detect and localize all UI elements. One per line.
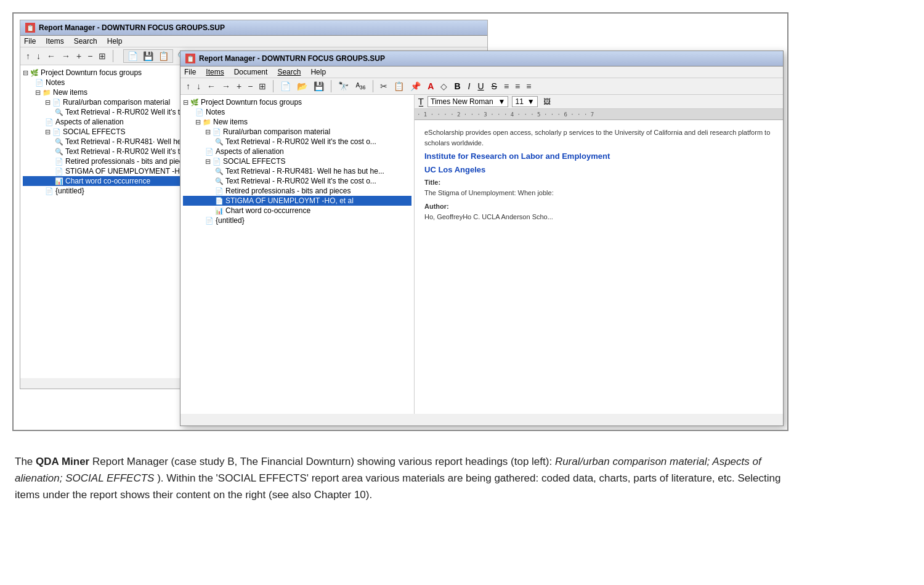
tree-label-retired: Retired professionals - bits and pieces: [65, 157, 190, 166]
front-tree-row-8[interactable]: 🔍 Text Retrieval - R-RUR02 Well it's the…: [183, 176, 411, 186]
front-toolbar-underline[interactable]: U: [475, 81, 486, 92]
front-toolbar-up[interactable]: ↑: [184, 81, 192, 92]
tree-file-icon-3: 📄: [52, 99, 61, 107]
front-tree-row-3[interactable]: ⊟ 📄 Rural/urban comparison material: [183, 127, 411, 137]
back-menu-search[interactable]: Search: [74, 37, 97, 46]
front-tree-row-9[interactable]: 📄 Retired professionals - bits and piece…: [183, 186, 411, 196]
front-toolbar-new[interactable]: 📄: [278, 81, 293, 92]
back-window-title: Report Manager - DOWNTURN FOCUS GROUPS.S…: [39, 23, 225, 32]
front-toolbar-a36[interactable]: A36: [353, 81, 368, 91]
tree-chart-icon-11: 📊: [55, 177, 63, 185]
font-size-dropdown-arrow[interactable]: ▼: [527, 97, 535, 106]
tree-collapse-6: ⊟: [45, 128, 51, 136]
front-tree-row-7[interactable]: 🔍 Text Retrieval - R-RUR481· Well he has…: [183, 166, 411, 176]
front-menu-file[interactable]: File: [184, 68, 196, 76]
front-tree-label-3: Rural/urban comparison material: [223, 127, 330, 136]
toolbar-plus[interactable]: +: [75, 50, 83, 62]
font-size-value: 11: [515, 97, 523, 106]
back-menu-items[interactable]: Items: [46, 37, 63, 46]
front-menu-search[interactable]: Search: [277, 68, 301, 76]
toolbar-grid[interactable]: ⊞: [97, 50, 108, 62]
front-tree-row-0[interactable]: ⊟ 🌿 Project Downturn focus groups: [183, 97, 411, 107]
document-ruler: · 1 · · · · 2 · · · 3 · · · 4 · · · 5 · …: [415, 109, 783, 120]
back-title-icon: 📋: [25, 23, 35, 33]
front-tree-file-icon-12: 📄: [205, 217, 214, 225]
front-tree-label-10: STIGMA OF UNEMPLOYMT -HO, et al: [225, 196, 354, 205]
front-menubar[interactable]: File Items Document Search Help: [180, 67, 783, 78]
toolbar-copy-doc[interactable]: 📄: [126, 50, 140, 62]
front-toolbar-align-right[interactable]: ≡: [524, 81, 533, 92]
front-tree-label-11: Chart word co-occurrence: [225, 206, 310, 215]
front-tree-row-6[interactable]: ⊟ 📄 SOCIAL EFFECTS: [183, 156, 411, 166]
front-tree-row-4[interactable]: 🔍 Text Retrieval - R-RUR02 Well it's the…: [183, 137, 411, 147]
toolbar-minus[interactable]: −: [86, 50, 94, 62]
tree-label-1: Notes: [46, 78, 65, 87]
front-tree-label-0: Project Downturn focus groups: [201, 98, 302, 107]
doc-title-label: Title:: [424, 177, 773, 188]
front-toolbar-plus[interactable]: +: [235, 81, 243, 92]
toolbar-left-arrow[interactable]: ←: [45, 50, 57, 62]
front-toolbar-right[interactable]: →: [220, 81, 232, 92]
front-tree-row-2[interactable]: ⊟ 📁 New items: [183, 117, 411, 127]
tree-file-icon-6: 📄: [52, 128, 61, 136]
front-tree-row-5[interactable]: 📄 Aspects of alienation: [183, 147, 411, 156]
front-tree-row-10[interactable]: 📄 STIGMA OF UNEMPLOYMT -HO, et al: [183, 196, 411, 206]
toolbar-right-arrow[interactable]: →: [60, 50, 72, 62]
toolbar-down-arrow[interactable]: ↓: [34, 50, 43, 62]
front-tree-row-12[interactable]: 📄 {untitled}: [183, 216, 411, 225]
back-menu-file[interactable]: File: [24, 37, 36, 46]
front-toolbar-align-left[interactable]: ≡: [502, 81, 511, 92]
tree-label-5: Aspects of alienation: [55, 118, 124, 126]
tree-label-8: Text Retrieval - R-RUR02 Well it's the..…: [65, 147, 194, 156]
font-dropdown-arrow[interactable]: ▼: [498, 97, 506, 106]
front-toolbar-left[interactable]: ←: [205, 81, 217, 92]
tree-label-7: Text Retrieval - R-RUR481· Well he h...: [65, 137, 194, 146]
front-toolbar-grid[interactable]: ⊞: [257, 81, 268, 92]
front-toolbar-scissors[interactable]: ✂: [378, 81, 389, 92]
front-tree-chart-icon-11: 📊: [215, 207, 224, 215]
front-tree-search-icon-7: 🔍: [215, 167, 224, 176]
doc-heading-location: UC Los Angeles: [424, 164, 773, 176]
font-name-selector[interactable]: Times New Roman ▼: [428, 96, 508, 107]
front-toolbar-italic[interactable]: I: [466, 81, 473, 92]
front-toolbar-binoculars[interactable]: 🔭: [336, 81, 351, 92]
front-toolbar-paste2[interactable]: 📌: [408, 81, 423, 92]
front-toolbar-strike[interactable]: S: [489, 81, 500, 92]
toolbar-save[interactable]: 💾: [141, 50, 155, 62]
tree-file-icon-1: 📄: [35, 79, 44, 87]
toolbar-paste[interactable]: 📋: [156, 50, 171, 62]
front-tree-label-1: Notes: [206, 108, 225, 116]
front-toolbar-minus[interactable]: −: [246, 81, 254, 92]
back-menu-help[interactable]: Help: [107, 37, 123, 46]
front-toolbar-open[interactable]: 📂: [295, 81, 309, 92]
front-toolbar-save2[interactable]: 💾: [312, 81, 326, 92]
front-menu-items[interactable]: Items: [206, 68, 224, 76]
front-toolbar-align-center[interactable]: ≡: [513, 81, 522, 92]
front-tree-file-icon-6: 📄: [213, 158, 221, 166]
toolbar-up-arrow[interactable]: ↑: [24, 50, 32, 62]
front-tree-folder-icon-2: 📁: [203, 118, 211, 126]
back-titlebar: 📋 Report Manager - DOWNTURN FOCUS GROUPS…: [20, 20, 487, 36]
back-menubar[interactable]: File Items Search Help: [20, 36, 487, 47]
front-tree-row-11[interactable]: 📊 Chart word co-occurrence: [183, 206, 411, 216]
tree-file-icon-10: 📄: [55, 167, 63, 176]
font-custom-btn[interactable]: 🖼: [541, 97, 553, 107]
front-toolbar-highlight[interactable]: ◇: [439, 81, 449, 92]
tree-collapse-0: ⊟: [23, 69, 28, 77]
front-toolbar-bold[interactable]: B: [452, 81, 463, 92]
front-toolbar-down[interactable]: ↓: [195, 81, 203, 92]
doc-paragraph-1: eScholarship provides open access, schol…: [424, 127, 773, 148]
front-toolbar-sep2: [331, 80, 331, 92]
front-tree-search-icon-4: 🔍: [215, 138, 224, 146]
front-toolbar-bold-a[interactable]: A: [425, 81, 436, 92]
front-tree-label-6: SOCIAL EFFECTS: [223, 157, 286, 166]
front-tree-label-5: Aspects of alienation: [216, 147, 284, 156]
front-toolbar-sep3: [373, 80, 373, 92]
front-tree-row-1[interactable]: 📄 Notes: [183, 107, 411, 117]
font-size-selector[interactable]: 11 ▼: [512, 96, 537, 107]
front-menu-document[interactable]: Document: [234, 68, 268, 76]
front-tree-label-retired: Retired professionals - bits and pieces: [225, 187, 351, 195]
tree-collapse-2: ⊟: [35, 89, 41, 97]
front-toolbar-copy[interactable]: 📋: [392, 81, 406, 92]
front-menu-help[interactable]: Help: [310, 68, 326, 76]
